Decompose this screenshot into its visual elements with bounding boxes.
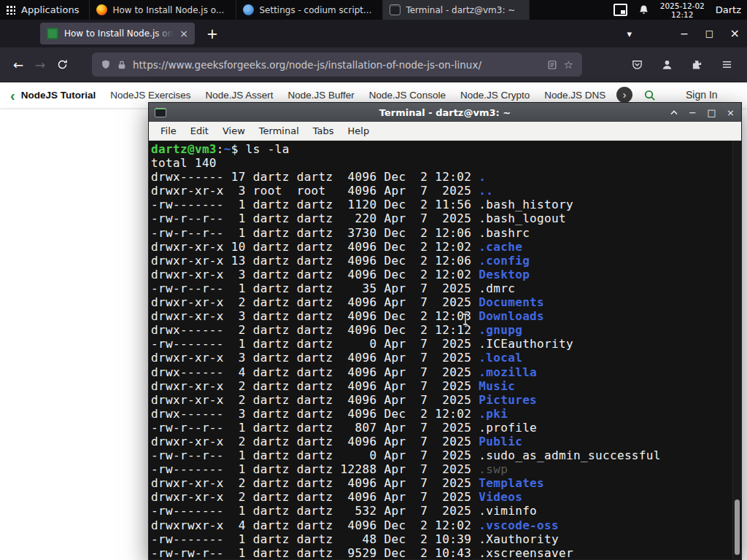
listing-meta: drwxr-xr-x 10 dartz dartz 4096 Dec 2 12:… <box>151 240 479 254</box>
panel-user-label[interactable]: Dartz <box>716 4 743 15</box>
new-tab-button[interactable]: + <box>206 26 218 42</box>
gfg-nav-item[interactable]: Node.JS DNS <box>544 90 605 101</box>
browser-tab[interactable]: How to Install Node.js on × <box>40 23 195 44</box>
menu-help[interactable]: Help <box>341 123 376 139</box>
desktop: Applications How to Install Node.js o...… <box>0 0 747 560</box>
refresh-button[interactable] <box>51 54 73 76</box>
terminal-listing-line: drwxr-xr-x 3 dartz dartz 4096 Dec 2 12:0… <box>151 268 741 281</box>
listing-name: .ICEauthority <box>479 337 573 351</box>
menu-edit[interactable]: Edit <box>184 123 215 139</box>
terminal-listing-line: drwxrwxr-x 4 dartz dartz 4096 Dec 2 12:0… <box>151 518 741 532</box>
listing-meta: drwx------ 17 dartz dartz 4096 Dec 2 12:… <box>151 170 479 184</box>
terminal-listing: drwx------ 17 dartz dartz 4096 Dec 2 12:… <box>151 170 741 559</box>
gfg-nav-item[interactable]: Node.JS Console <box>369 90 446 101</box>
menu-terminal[interactable]: Terminal <box>252 123 306 139</box>
gfg-nav-item[interactable]: Node.JS Crypto <box>460 90 530 101</box>
terminal-close-button[interactable]: × <box>726 108 735 117</box>
tray-terminal-icon[interactable] <box>614 4 627 16</box>
terminal-app-icon <box>155 108 166 117</box>
forward-button[interactable]: → <box>29 54 51 76</box>
terminal-listing-line: -rw-r--r-- 1 dartz dartz 0 Apr 7 2025 .s… <box>151 448 741 462</box>
nav-scroll-right-icon[interactable]: › <box>616 87 632 103</box>
terminal-minimize-button[interactable]: − <box>688 108 697 117</box>
url-text: https://www.geeksforgeeks.org/node-js/in… <box>133 59 541 71</box>
terminal-listing-line: drwx------ 4 dartz dartz 4096 Apr 7 2025… <box>151 365 741 379</box>
back-button[interactable]: ← <box>7 54 29 76</box>
menu-tabs[interactable]: Tabs <box>306 123 341 139</box>
list-tabs-chevron-icon[interactable]: ▾ <box>627 28 632 39</box>
terminal-titlebar[interactable]: Terminal - dartz@vm3: ~ − □ × <box>149 103 741 122</box>
browser-minimize-button[interactable]: − <box>680 28 689 39</box>
browser-maximize-button[interactable]: □ <box>705 29 713 38</box>
terminal-output[interactable]: dartz@vm3:~$ ls -la total 140 drwx------… <box>149 141 741 559</box>
bookmark-star-icon[interactable]: ☆ <box>564 58 573 71</box>
gfg-favicon-icon <box>47 28 58 39</box>
gfg-nav-item[interactable]: NodeJS Exercises <box>110 90 190 101</box>
listing-meta: -rw------- 1 dartz dartz 532 Apr 7 2025 <box>151 504 479 518</box>
taskbar-button-label: Terminal - dartz@vm3: ~ <box>406 5 515 15</box>
listing-name: .bash_logout <box>479 211 566 225</box>
terminal-listing-line: drwxr-xr-x 13 dartz dartz 4096 Dec 2 12:… <box>151 254 741 268</box>
scrollbar-thumb[interactable] <box>735 499 740 555</box>
tab-bar: How to Install Node.js on × + ▾ − □ × <box>0 20 747 47</box>
listing-meta: drwx------ 4 dartz dartz 4096 Apr 7 2025 <box>151 365 479 379</box>
reader-mode-icon[interactable] <box>547 60 557 70</box>
gfg-nav-item[interactable]: NodeJS Tutorial <box>21 90 96 101</box>
menu-view[interactable]: View <box>216 123 252 139</box>
taskbar-button-label: Settings - codium script... <box>259 5 371 15</box>
listing-meta: -rw-r--r-- 1 dartz dartz 3730 Dec 2 12:0… <box>151 226 479 240</box>
terminal-title: Terminal - dartz@vm3: ~ <box>379 107 511 118</box>
listing-name: Downloads <box>479 309 544 323</box>
listing-name: .pki <box>479 407 508 421</box>
terminal-listing-line: drwxr-xr-x 3 dartz dartz 4096 Dec 2 12:0… <box>151 309 741 323</box>
sign-in-button[interactable]: Sign In <box>686 89 718 101</box>
applications-grid-icon <box>6 5 15 15</box>
menu-icon[interactable] <box>721 59 732 70</box>
listing-name: Music <box>479 379 515 393</box>
terminal-listing-line: -rw-r--r-- 1 dartz dartz 220 Apr 7 2025 … <box>151 211 741 225</box>
terminal-listing-line: -rw------- 1 dartz dartz 12288 Apr 7 202… <box>151 462 741 476</box>
terminal-listing-line: drwxr-xr-x 3 root root 4096 Apr 7 2025 .… <box>151 184 741 198</box>
prompt-path: ~ <box>224 142 231 156</box>
listing-name: Videos <box>479 490 522 504</box>
terminal-window: Terminal - dartz@vm3: ~ − □ × File Edit … <box>148 102 742 560</box>
shade-window-icon[interactable] <box>669 110 678 115</box>
extensions-icon[interactable] <box>692 59 703 70</box>
terminal-listing-line: drwxr-xr-x 3 dartz dartz 4096 Apr 7 2025… <box>151 351 741 365</box>
notification-bell-icon[interactable] <box>638 4 649 15</box>
menu-file[interactable]: File <box>154 123 183 139</box>
listing-name: .local <box>479 351 522 365</box>
listing-name: .xscreensaver <box>479 546 573 559</box>
listing-meta: -rw------- 1 dartz dartz 48 Dec 2 10:39 <box>151 532 479 546</box>
taskbar-button-terminal[interactable]: Terminal - dartz@vm3: ~ <box>383 0 530 20</box>
prompt-dollar: $ <box>231 142 246 156</box>
taskbar-button-label: How to Install Node.js o... <box>112 5 224 15</box>
tab-close-icon[interactable]: × <box>179 28 188 39</box>
listing-meta: drwxr-xr-x 2 dartz dartz 4096 Apr 7 2025 <box>151 490 479 504</box>
terminal-icon <box>390 4 400 15</box>
panel-clock[interactable]: 2025-12-02 12:12 <box>660 1 705 19</box>
listing-name: .bash_history <box>479 198 573 211</box>
lock-icon[interactable] <box>117 60 126 70</box>
gfg-nav-item[interactable]: Node.JS Assert <box>205 90 273 101</box>
account-icon[interactable] <box>662 59 673 70</box>
gfg-nav-item[interactable]: Node.JS Buffer <box>288 90 355 101</box>
tracking-shield-icon[interactable] <box>101 59 111 70</box>
listing-name: Templates <box>479 476 544 490</box>
terminal-scrollbar[interactable] <box>732 141 741 559</box>
nav-scroll-left-icon[interactable]: ‹ <box>0 88 21 103</box>
taskbar-button-settings[interactable]: Settings - codium script... <box>236 0 383 20</box>
listing-name: Pictures <box>479 393 537 407</box>
applications-label: Applications <box>21 4 79 15</box>
applications-menu-button[interactable]: Applications <box>0 0 90 20</box>
taskbar-button-firefox[interactable]: How to Install Node.js o... <box>90 0 236 20</box>
pocket-icon[interactable] <box>632 59 643 70</box>
listing-meta: drwxr-xr-x 2 dartz dartz 4096 Apr 7 2025 <box>151 435 479 448</box>
listing-meta: drwxr-xr-x 2 dartz dartz 4096 Apr 7 2025 <box>151 476 479 490</box>
terminal-maximize-button[interactable]: □ <box>707 108 716 117</box>
listing-meta: drwx------ 2 dartz dartz 4096 Dec 2 12:1… <box>151 323 479 337</box>
url-bar[interactable]: https://www.geeksforgeeks.org/node-js/in… <box>92 52 582 77</box>
browser-close-button[interactable]: × <box>730 28 740 39</box>
terminal-listing-line: drwxr-xr-x 10 dartz dartz 4096 Dec 2 12:… <box>151 240 741 254</box>
tab-title: How to Install Node.js on <box>64 28 174 39</box>
